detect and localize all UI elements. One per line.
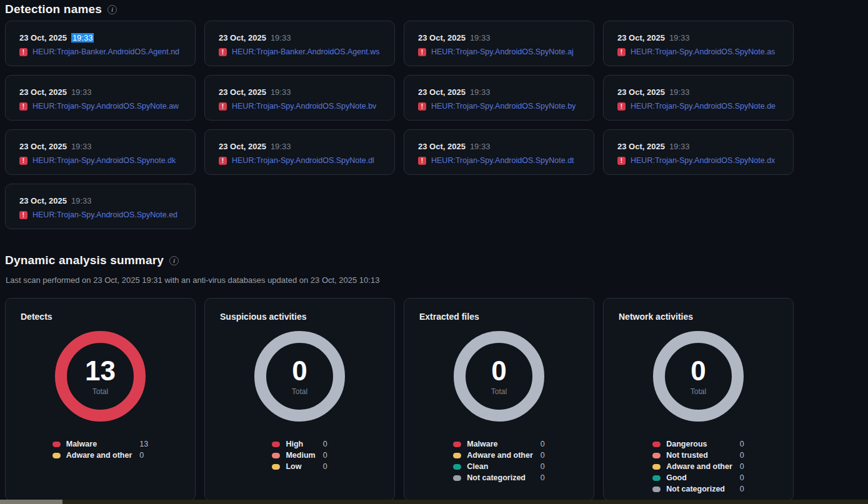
legend-marker-cell [652,473,666,482]
legend-label: Adware and other [666,462,732,471]
detection-date-row: 23 Oct, 202519:33 [418,33,580,42]
detection-card: 23 Oct, 202519:33 ! HEUR:Trojan-Spy.Andr… [603,75,794,121]
detection-name-row: ! HEUR:Trojan-Spy.AndroidOS.SpyNote.by [418,102,580,111]
detection-card: 23 Oct, 202519:33 ! HEUR:Trojan-Spy.Andr… [603,129,794,175]
legend-value: 0 [533,451,545,460]
detection-card: 23 Oct, 202519:33 ! HEUR:Trojan-Banker.A… [204,21,395,66]
legend-label: Malware [467,440,533,448]
detection-date-row: 23 Oct, 202519:33 [418,87,580,97]
legend-row: Adware and other 0 [453,451,545,460]
detection-section-header: Detection names i [5,2,117,16]
detection-card: 23 Oct, 202519:33 ! HEUR:Trojan-Spy.Andr… [603,21,794,66]
donut-total-value: 0 [292,357,307,385]
detection-name-link[interactable]: HEUR:Trojan-Spy.AndroidOS.SpyNote.de [631,102,776,111]
detection-date-row: 23 Oct, 202519:33 [19,142,181,151]
legend-color-pill-icon [453,475,461,481]
legend-marker-cell [652,451,666,460]
detection-date-row: 23 Oct, 202519:33 [219,142,381,151]
detection-date-row: 23 Oct, 202519:33 [19,196,181,205]
detection-time: 19:33 [71,142,92,151]
detection-date: 23 Oct, 2025 [219,142,266,151]
info-icon[interactable]: i [107,5,117,14]
detection-name-row: ! HEUR:Trojan-Banker.AndroidOS.Agent.ws [219,47,381,56]
legend-row: Adware and other 0 [652,462,744,471]
detection-time: 19:33 [470,87,491,97]
detection-name-link[interactable]: HEUR:Trojan-Spy.AndroidOS.Spynote.dk [32,156,176,165]
malware-alert-icon: ! [219,157,227,165]
legend-value: 13 [132,440,148,448]
legend-color-pill-icon [52,442,61,447]
legend-row: Adware and other 0 [52,451,148,460]
legend-marker-cell [453,451,467,460]
detection-name-row: ! HEUR:Trojan-Spy.AndroidOS.SpyNote.aj [418,47,580,56]
detection-time: 19:33 [71,33,94,42]
detection-date-row: 23 Oct, 202519:33 [219,33,381,42]
summary-card: Suspicious activities 0 Total High 0 Med… [204,298,395,501]
detection-name-link[interactable]: HEUR:Trojan-Spy.AndroidOS.SpyNote.dx [631,156,775,165]
legend-marker-cell [652,440,666,448]
donut-chart: 0 Total [454,331,544,422]
donut-total-value: 0 [491,357,506,385]
detection-name-row: ! HEUR:Trojan-Spy.AndroidOS.SpyNote.de [617,102,779,111]
detection-date-row: 23 Oct, 202519:33 [617,142,779,151]
detection-card: 23 Oct, 202519:33 ! HEUR:Trojan-Spy.Andr… [5,129,196,175]
detection-time: 19:33 [271,87,291,97]
malware-alert-icon: ! [19,157,27,165]
donut-chart: 0 Total [653,331,744,422]
detection-date: 23 Oct, 2025 [418,87,466,97]
legend-row: Not trusted 0 [652,451,744,460]
legend-color-pill-icon [453,442,461,447]
chart-legend: Malware 0 Adware and other 0 Clean 0 Not… [453,437,545,485]
legend-label: Not categorized [666,485,732,493]
detection-name-link[interactable]: HEUR:Trojan-Spy.AndroidOS.SpyNote.by [431,102,576,111]
legend-color-pill-icon [652,442,661,447]
legend-marker-cell [272,462,286,471]
legend-row: Malware 0 [453,440,545,448]
detection-date-row: 23 Oct, 202519:33 [617,33,779,42]
legend-marker-cell [52,440,66,448]
legend-color-pill-icon [272,453,280,458]
summary-section-title: Dynamic analysis summary [5,254,164,267]
detection-name-link[interactable]: HEUR:Trojan-Banker.AndroidOS.Agent.nd [32,47,179,56]
summary-card-title: Extracted files [419,312,479,322]
horizontal-scrollbar-track[interactable] [0,500,868,504]
legend-row: Not categorized 0 [453,473,545,482]
legend-color-pill-icon [652,487,661,492]
detection-name-link[interactable]: HEUR:Trojan-Spy.AndroidOS.SpyNote.aj [431,47,574,56]
detection-cards-grid: 23 Oct, 202519:33 ! HEUR:Trojan-Banker.A… [5,21,794,229]
legend-label: Adware and other [467,451,533,460]
detection-name-link[interactable]: HEUR:Trojan-Spy.AndroidOS.SpyNote.bv [232,102,376,111]
detection-name-link[interactable]: HEUR:Trojan-Spy.AndroidOS.SpyNote.dt [431,156,574,165]
legend-label: High [286,440,315,448]
detection-name-row: ! HEUR:Trojan-Spy.AndroidOS.SpyNote.dl [219,156,381,165]
legend-color-pill-icon [272,464,280,470]
summary-card: Extracted files 0 Total Malware 0 Adware… [404,298,594,501]
legend-label: Good [666,473,732,482]
detection-name-link[interactable]: HEUR:Trojan-Banker.AndroidOS.Agent.ws [232,47,379,56]
legend-color-pill-icon [652,464,661,470]
detection-time: 19:33 [71,87,92,97]
legend-value: 0 [533,462,545,471]
summary-card-title: Suspicious activities [220,312,307,322]
legend-row: Medium 0 [272,451,327,460]
detection-card: 23 Oct, 202519:33 ! HEUR:Trojan-Banker.A… [5,21,196,66]
detection-name-row: ! HEUR:Trojan-Spy.AndroidOS.SpyNote.bv [219,102,381,111]
detection-date: 23 Oct, 2025 [219,87,266,97]
detection-name-link[interactable]: HEUR:Trojan-Spy.AndroidOS.SpyNote.ed [32,210,177,219]
malware-alert-icon: ! [19,102,27,111]
detection-name-link[interactable]: HEUR:Trojan-Spy.AndroidOS.SpyNote.as [631,47,775,56]
detection-name-row: ! HEUR:Trojan-Spy.AndroidOS.SpyNote.as [617,47,779,56]
legend-marker-cell [652,462,666,471]
malware-alert-icon: ! [617,102,626,111]
donut-total-label: Total [292,387,307,396]
legend-marker-cell [652,485,666,493]
detection-name-link[interactable]: HEUR:Trojan-Spy.AndroidOS.SpyNote.dl [232,156,374,165]
detection-card: 23 Oct, 202519:33 ! HEUR:Trojan-Spy.Andr… [404,21,594,66]
horizontal-scrollbar-thumb[interactable] [0,500,62,504]
legend-row: Low 0 [272,462,327,471]
legend-label: Low [286,462,315,471]
detection-name-row: ! HEUR:Trojan-Spy.AndroidOS.SpyNote.aw [19,102,181,111]
detection-name-link[interactable]: HEUR:Trojan-Spy.AndroidOS.SpyNote.aw [32,102,179,111]
detection-time: 19:33 [669,33,690,42]
info-icon[interactable]: i [169,256,179,265]
